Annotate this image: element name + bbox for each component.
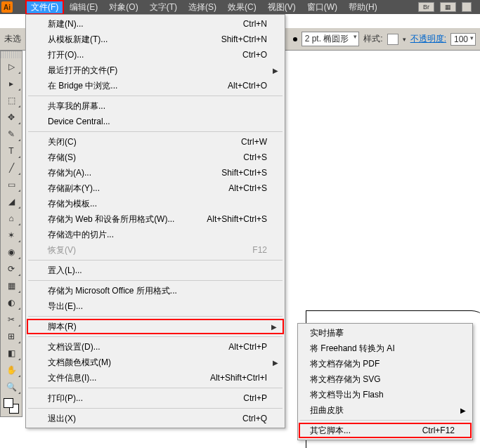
file-menu-item-7[interactable]: Device Central... xyxy=(27,114,284,129)
file-menu-item-27[interactable]: 文件信息(I)...Alt+Shift+Ctrl+I xyxy=(27,370,284,386)
menu-item-label: 最近打开的文件(F) xyxy=(48,65,117,77)
style-arrow-icon[interactable]: ▾ xyxy=(403,36,406,43)
file-menu-item-16[interactable]: 恢复(V)F12 xyxy=(27,242,284,258)
script-menu-item-0[interactable]: 实时描摹 xyxy=(299,325,472,341)
menu-1[interactable]: 编辑(E) xyxy=(64,0,103,15)
tool-flyout-icon xyxy=(18,122,20,124)
menu-shortcut: Ctrl+W xyxy=(241,137,267,147)
script-menu-item-4[interactable]: 将文档导出为 Flash xyxy=(299,387,472,402)
menu-item-label: 恢复(V) xyxy=(48,244,76,256)
tool-8[interactable]: ◢ xyxy=(1,193,22,210)
script-menu-item-5[interactable]: 扭曲皮肤▶ xyxy=(299,402,472,418)
menu-8[interactable]: 帮助(H) xyxy=(343,0,383,15)
tool-1[interactable]: ▸ xyxy=(1,75,22,92)
tool-19[interactable]: 🔍 xyxy=(1,378,22,395)
file-menu-item-12[interactable]: 存储副本(Y)...Alt+Ctrl+S xyxy=(27,180,284,196)
menu-separator xyxy=(28,260,283,261)
file-menu-dropdown: 新建(N)...Ctrl+N从模板新建(T)...Shift+Ctrl+N打开(… xyxy=(25,14,285,428)
tool-flyout-icon xyxy=(18,156,20,158)
file-menu-item-1[interactable]: 从模板新建(T)...Shift+Ctrl+N xyxy=(27,32,284,47)
menu-3[interactable]: 文字(T) xyxy=(144,0,183,15)
file-menu-item-23[interactable]: 脚本(R)▶ xyxy=(27,319,284,334)
tool-14[interactable]: ◐ xyxy=(1,294,22,311)
file-menu-item-21[interactable]: 导出(E)... xyxy=(27,298,284,314)
menu-0[interactable]: 文件(F) xyxy=(25,0,64,15)
tool-11[interactable]: ◉ xyxy=(1,244,22,261)
file-menu-item-15[interactable]: 存储选中的切片... xyxy=(27,227,284,242)
file-menu-item-9[interactable]: 关闭(C)Ctrl+W xyxy=(27,134,284,150)
menu-7[interactable]: 窗口(W) xyxy=(301,0,343,15)
file-menu-item-26[interactable]: 文档颜色模式(M)▶ xyxy=(27,355,284,370)
tool-flyout-icon xyxy=(18,308,20,310)
bridge-button[interactable]: Br xyxy=(418,2,434,12)
color-swatch[interactable] xyxy=(1,395,22,416)
submenu-separator xyxy=(300,420,470,421)
opacity-input[interactable]: 100 xyxy=(450,33,476,46)
workspace-dropdown[interactable] xyxy=(462,2,472,12)
tool-flyout-icon xyxy=(18,358,20,360)
menu-shortcut: Shift+Ctrl+S xyxy=(221,168,267,178)
menu-4[interactable]: 选择(S) xyxy=(183,0,222,15)
menu-separator xyxy=(28,280,283,281)
menu-separator xyxy=(28,95,283,96)
file-menu-item-31[interactable]: 退出(X)Ctrl+Q xyxy=(27,411,284,426)
tool-6[interactable]: ╱ xyxy=(1,159,22,176)
style-swatch[interactable] xyxy=(387,34,398,45)
tool-palette-grip[interactable] xyxy=(1,51,22,58)
menu-separator xyxy=(28,408,283,409)
submenu-item-label: 将文档存储为 PDF xyxy=(310,358,380,370)
menu-item-label: 导出(E)... xyxy=(48,301,83,312)
tool-0[interactable]: ▷ xyxy=(1,58,22,75)
tool-12[interactable]: ⟳ xyxy=(1,261,22,277)
tool-16[interactable]: ⊞ xyxy=(1,328,22,345)
script-menu-item-1[interactable]: 将 Freehand 转换为 AI xyxy=(299,341,472,356)
file-menu-item-20[interactable]: 存储为 Microsoft Office 所用格式... xyxy=(27,283,284,298)
menu-item-label: 存储为 Microsoft Office 所用格式... xyxy=(48,285,177,297)
tool-15[interactable]: ✂ xyxy=(1,311,22,328)
script-menu-item-3[interactable]: 将文档存储为 SVG xyxy=(299,371,472,387)
menu-item-label: 打开(O)... xyxy=(48,49,84,61)
tool-2[interactable]: ⬚ xyxy=(1,92,22,109)
tool-5[interactable]: T xyxy=(1,143,22,159)
layout-button[interactable]: ▦ xyxy=(440,2,456,12)
file-menu-item-25[interactable]: 文档设置(D)...Alt+Ctrl+P xyxy=(27,339,284,355)
menu-separator xyxy=(28,131,283,132)
opacity-label[interactable]: 不透明度: xyxy=(410,33,446,45)
file-menu-item-3[interactable]: 最近打开的文件(F)▶ xyxy=(27,62,284,78)
file-menu-item-6[interactable]: 共享我的屏幕... xyxy=(27,98,284,114)
tool-7[interactable]: ▭ xyxy=(1,176,22,193)
file-menu-item-10[interactable]: 存储(S)Ctrl+S xyxy=(27,150,284,165)
menu-item-label: 文件信息(I)... xyxy=(48,372,96,384)
tool-17[interactable]: ◧ xyxy=(1,345,22,362)
file-menu-item-29[interactable]: 打印(P)...Ctrl+P xyxy=(27,390,284,406)
tool-flyout-icon xyxy=(18,375,20,377)
menu-2[interactable]: 对象(O) xyxy=(103,0,143,15)
menu-separator xyxy=(28,316,283,317)
menu-item-label: 脚本(R) xyxy=(48,321,77,333)
tool-9[interactable]: ⌂ xyxy=(1,210,22,227)
file-menu-item-14[interactable]: 存储为 Web 和设备所用格式(W)...Alt+Shift+Ctrl+S xyxy=(27,211,284,227)
menu-6[interactable]: 视图(V) xyxy=(262,0,301,15)
tool-18[interactable]: ✋ xyxy=(1,362,22,378)
menu-5[interactable]: 效果(C) xyxy=(222,0,262,15)
file-menu-item-18[interactable]: 置入(L)... xyxy=(27,263,284,278)
file-menu-item-13[interactable]: 存储为模板... xyxy=(27,196,284,211)
menu-item-label: 置入(L)... xyxy=(48,265,82,277)
tool-flyout-icon xyxy=(18,72,20,74)
file-menu-item-4[interactable]: 在 Bridge 中浏览...Alt+Ctrl+O xyxy=(27,78,284,93)
script-menu-item-2[interactable]: 将文档存储为 PDF xyxy=(299,356,472,371)
fill-swatch[interactable] xyxy=(4,398,13,408)
stroke-profile-dropdown[interactable]: 2 pt. 椭圆形 xyxy=(301,32,360,46)
script-submenu: 实时描摹将 Freehand 转换为 AI将文档存储为 PDF将文档存储为 SV… xyxy=(297,323,473,440)
menu-item-label: 文档设置(D)... xyxy=(48,341,100,353)
script-menu-item-7[interactable]: 其它脚本...Ctrl+F12 xyxy=(299,423,472,438)
file-menu-item-0[interactable]: 新建(N)...Ctrl+N xyxy=(27,16,284,32)
tool-10[interactable]: ✶ xyxy=(1,227,22,244)
file-menu-item-2[interactable]: 打开(O)...Ctrl+O xyxy=(27,47,284,62)
tool-3[interactable]: ✥ xyxy=(1,109,22,126)
tool-4[interactable]: ✎ xyxy=(1,126,22,143)
file-menu-item-11[interactable]: 存储为(A)...Shift+Ctrl+S xyxy=(27,165,284,180)
tool-13[interactable]: ▦ xyxy=(1,277,22,294)
submenu-item-label: 将 Freehand 转换为 AI xyxy=(310,343,395,355)
menu-shortcut: Alt+Shift+Ctrl+S xyxy=(207,214,267,224)
